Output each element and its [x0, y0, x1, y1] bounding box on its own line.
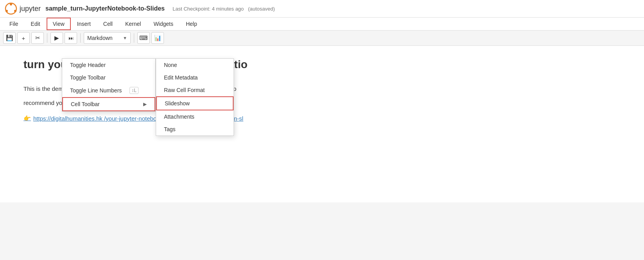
- top-bar: jupyter sample_turn-JupyterNotebook-to-S…: [0, 0, 644, 18]
- cell-toolbar-arrow-icon: ▶: [143, 101, 147, 107]
- toolbar-separator-1: [47, 33, 47, 43]
- cell-type-label: Markdown: [87, 35, 113, 41]
- jupyter-logo: jupyter: [5, 2, 41, 15]
- submenu-none[interactable]: None: [156, 59, 234, 71]
- cut-button[interactable]: ✂: [31, 32, 44, 44]
- menu-kernel[interactable]: Kernel: [119, 18, 147, 30]
- run-button[interactable]: ▶: [50, 32, 63, 44]
- cell-toolbar-item[interactable]: Cell Toolbar ▶: [62, 97, 155, 111]
- menu-cell[interactable]: Cell: [97, 18, 119, 30]
- toolbar-separator-3: [134, 33, 134, 43]
- add-cell-button[interactable]: +: [17, 32, 30, 44]
- cell-type-arrow-icon: ▼: [123, 36, 127, 40]
- link-emoji: 👉: [23, 115, 31, 122]
- view-dropdown: Toggle Header Toggle Toolbar Toggle Line…: [62, 58, 156, 112]
- menu-view[interactable]: View: [47, 18, 71, 30]
- menu-insert[interactable]: Insert: [71, 18, 97, 30]
- cell-link[interactable]: 👉 https://digitalhumanities.hk /your-jup…: [23, 115, 621, 122]
- dropdown-container: Toggle Header Toggle Toolbar Toggle Line…: [0, 46, 644, 202]
- toggle-line-numbers-label: Toggle Line Numbers: [70, 87, 122, 94]
- svg-point-1: [10, 3, 12, 5]
- menu-bar: File Edit View Insert Cell Kernel Widget…: [0, 18, 644, 31]
- notebook-title[interactable]: sample_turn-JupyterNotebook-to-Slides: [45, 5, 165, 12]
- chart-button[interactable]: 📊: [151, 32, 164, 44]
- save-button[interactable]: 💾: [3, 32, 16, 44]
- fast-forward-button[interactable]: ⏭: [65, 32, 77, 44]
- cell-toolbar-label: Cell Toolbar: [71, 101, 100, 107]
- submenu-attachments[interactable]: Attachments: [156, 110, 234, 123]
- toggle-header-item[interactable]: Toggle Header: [62, 59, 155, 71]
- jupyter-wordmark: jupyter: [20, 5, 41, 13]
- toolbar: 💾 + ✂ ▶ ⏭ Markdown ▼ ⌨ 📊: [0, 31, 644, 46]
- cell-toolbar-submenu: None Edit Metadata Raw Cell Format Slide…: [156, 58, 234, 136]
- menu-edit[interactable]: Edit: [25, 18, 47, 30]
- jupyter-logo-icon: [5, 2, 17, 15]
- cell-type-select[interactable]: Markdown ▼: [84, 32, 131, 44]
- toggle-toolbar-item[interactable]: Toggle Toolbar: [62, 71, 155, 84]
- submenu-raw-cell-format[interactable]: Raw Cell Format: [156, 84, 234, 96]
- checkpoint-info: Last Checkpoint: 4 minutes ago (autosave…: [173, 6, 275, 12]
- menu-widgets[interactable]: Widgets: [147, 18, 180, 30]
- svg-point-3: [5, 10, 8, 12]
- svg-point-2: [14, 10, 16, 12]
- toolbar-separator-2: [80, 33, 81, 43]
- submenu-edit-metadata[interactable]: Edit Metadata: [156, 71, 234, 84]
- toggle-line-numbers-item[interactable]: Toggle Line Numbers ↕L: [62, 84, 155, 97]
- keyboard-button[interactable]: ⌨: [137, 32, 150, 44]
- menu-file[interactable]: File: [3, 18, 25, 30]
- submenu-slideshow[interactable]: Slideshow: [156, 96, 234, 110]
- menu-help[interactable]: Help: [180, 18, 203, 30]
- toggle-line-numbers-shortcut: ↕L: [130, 87, 139, 94]
- submenu-tags[interactable]: Tags: [156, 123, 234, 135]
